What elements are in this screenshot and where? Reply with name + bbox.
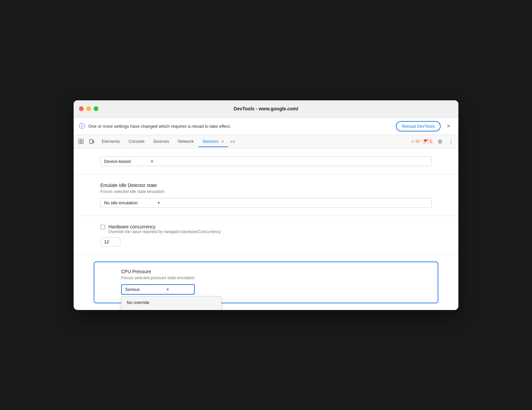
hardware-concurrency-input[interactable]: 12: [100, 237, 120, 246]
hardware-concurrency-row: Hardware concurrency Override the value …: [100, 224, 432, 234]
devtools-window: DevTools - www.google.com/ ⓘ One or more…: [74, 100, 458, 310]
svg-rect-2: [79, 142, 81, 144]
tab-network[interactable]: Network: [174, 136, 198, 147]
errors-badge[interactable]: 🚩 1: [422, 138, 434, 144]
tab-console[interactable]: Console: [124, 136, 149, 147]
hardware-concurrency-section: Hardware concurrency Override the value …: [74, 216, 458, 255]
cpu-pressure-section: CPU Pressure Forces selected pressure st…: [94, 262, 438, 303]
idle-detector-desc: Forces selected idle state emulation: [100, 189, 432, 194]
svg-rect-0: [79, 139, 81, 141]
hardware-concurrency-title: Hardware concurrency: [108, 224, 221, 229]
more-options-button[interactable]: ⋮: [446, 137, 456, 146]
idle-detector-title: Emulate Idle Detector state: [100, 183, 432, 188]
cpu-option-no-override-label: No override: [127, 300, 149, 305]
warnings-badge[interactable]: ⚠ 60: [411, 139, 420, 144]
cpu-pressure-dropdown-trigger[interactable]: Serious ▾: [121, 284, 195, 295]
traffic-lights: [79, 106, 98, 111]
cpu-option-nominal[interactable]: Nominal: [121, 308, 221, 310]
warning-icon: ⚠: [411, 139, 415, 144]
hardware-concurrency-checkbox[interactable]: [100, 225, 105, 229]
tab-sensors[interactable]: Sensors ✕: [198, 136, 228, 147]
idle-detector-value: No idle emulation: [104, 200, 138, 205]
cpu-pressure-arrow: ▾: [167, 287, 169, 292]
toolbar: Elements Console Sources Network Sensors…: [74, 135, 458, 148]
tab-sources[interactable]: Sources: [149, 136, 173, 147]
device-toggle-icon[interactable]: [87, 137, 96, 146]
svg-rect-4: [90, 139, 93, 143]
minimize-button[interactable]: [86, 106, 91, 111]
tab-elements[interactable]: Elements: [98, 136, 124, 147]
device-based-arrow: ▾: [151, 159, 153, 164]
warnings-count: 60: [416, 139, 420, 144]
svg-rect-1: [81, 139, 83, 141]
device-based-dropdown[interactable]: Device-based ▾: [100, 157, 432, 166]
hardware-concurrency-desc: Override the value reported by navigator…: [108, 229, 221, 234]
cpu-pressure-selected: Serious: [125, 287, 140, 292]
errors-count: 1: [430, 139, 432, 144]
maximize-button[interactable]: [94, 106, 98, 111]
idle-detector-arrow: ▾: [158, 200, 160, 205]
notification-text: One or more settings have changed which …: [88, 124, 392, 129]
tab-list: Elements Console Sources Network Sensors…: [98, 136, 410, 147]
window-title: DevTools - www.google.com/: [234, 106, 298, 111]
reload-devtools-button[interactable]: Reload DevTools: [396, 121, 441, 131]
error-icon: 🚩: [424, 139, 429, 144]
device-based-value: Device-based: [104, 159, 131, 164]
idle-detector-section: Emulate Idle Detector state Forces selec…: [74, 175, 458, 216]
cpu-pressure-title: CPU Pressure: [121, 269, 411, 274]
settings-button[interactable]: ⚙: [436, 137, 444, 146]
svg-rect-3: [81, 142, 83, 144]
inspect-icon[interactable]: [76, 137, 86, 146]
more-tabs-button[interactable]: >>: [229, 139, 237, 144]
svg-rect-5: [93, 140, 94, 143]
content-area: Device-based ▾ Emulate Idle Detector sta…: [74, 148, 458, 303]
idle-detector-dropdown[interactable]: No idle emulation ▾: [100, 198, 432, 208]
titlebar: DevTools - www.google.com/: [74, 100, 458, 118]
cpu-option-no-override[interactable]: No override: [121, 297, 221, 308]
notification-close-button[interactable]: ×: [444, 121, 453, 131]
device-based-section: Device-based ▾: [74, 148, 458, 175]
close-button[interactable]: [79, 106, 84, 111]
toolbar-right: ⚠ 60 🚩 1 ⚙ ⋮: [411, 137, 456, 146]
info-icon: ⓘ: [79, 122, 85, 130]
cpu-pressure-dropdown-container: Serious ▾ No override Nominal Fair ✓: [121, 284, 195, 295]
cpu-pressure-desc: Forces selected pressure state emulation: [121, 276, 411, 280]
notification-bar: ⓘ One or more settings have changed whic…: [74, 118, 458, 135]
tab-sensors-close[interactable]: ✕: [221, 139, 224, 143]
cpu-pressure-dropdown-menu: No override Nominal Fair ✓ Serious Criti…: [121, 296, 221, 310]
